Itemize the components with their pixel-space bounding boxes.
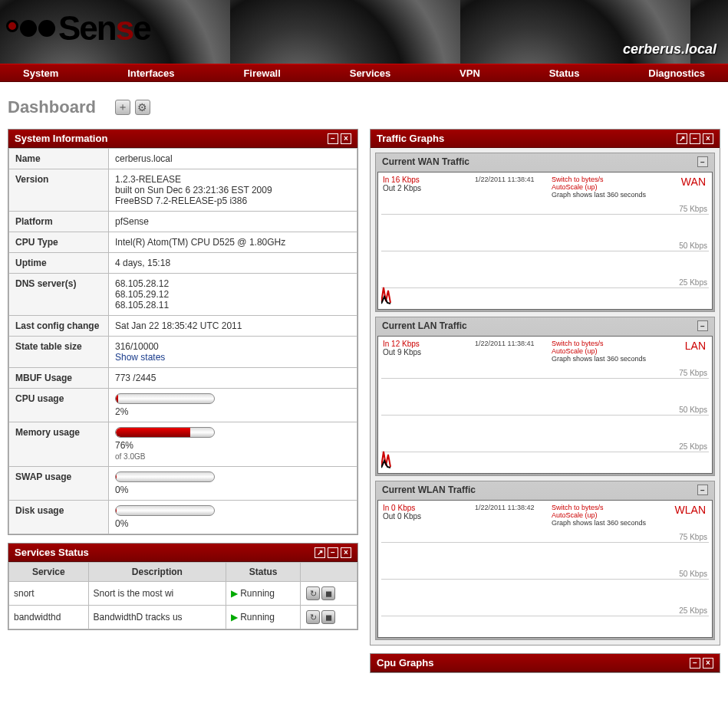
minimize-icon[interactable]: − — [690, 658, 700, 669]
close-icon[interactable]: × — [341, 547, 351, 558]
timestamp: 1/22/2011 11:38:42 — [475, 504, 552, 527]
y-label: 75 Kbps — [679, 369, 707, 377]
traffic-graph-wan: Current WAN Traffic−In 16 KbpsOut 2 Kbps… — [375, 153, 715, 312]
mem-usage-bar — [115, 427, 215, 438]
config-icon[interactable]: ↗ — [677, 133, 687, 144]
switch-units-link[interactable]: Switch to bytes/s — [552, 176, 674, 183]
y-label: 75 Kbps — [679, 533, 707, 541]
label-name: Name — [9, 149, 109, 169]
running-icon: ▶ — [231, 612, 238, 623]
interface-label: WLAN — [675, 504, 706, 516]
right-column: Traffic Graphs ↗ − × Current WAN Traffic… — [370, 129, 720, 681]
restart-icon[interactable]: ↻ — [306, 586, 320, 600]
settings-icon[interactable]: ⚙ — [135, 100, 150, 115]
value-lastcfg: Sat Jan 22 18:35:42 UTC 2011 — [109, 316, 357, 337]
value-swap: 0% — [109, 467, 357, 501]
show-states-link[interactable]: Show states — [115, 352, 165, 363]
label-platform: Platform — [9, 212, 109, 232]
minimize-icon[interactable]: − — [328, 133, 338, 144]
interface-label: LAN — [685, 340, 706, 352]
left-column: System Information − × Namecerberus.loca… — [8, 129, 358, 638]
nav-diagnostics[interactable]: Diagnostics — [633, 67, 720, 79]
logo-text: Sense — [58, 9, 150, 48]
io-readout: In 0 KbpsOut 0 Kbps — [383, 504, 475, 527]
close-icon[interactable]: × — [341, 133, 351, 144]
nav-status[interactable]: Status — [534, 67, 595, 79]
close-icon[interactable]: × — [703, 658, 713, 669]
interface-label: WAN — [681, 176, 706, 188]
collapse-icon[interactable]: − — [697, 156, 708, 167]
collapse-icon[interactable]: − — [697, 485, 708, 495]
value-cpu-usage: 2% — [109, 389, 357, 422]
widget-title: Traffic Graphs — [377, 133, 674, 144]
hostname-label: cerberus.local — [623, 41, 716, 57]
traffic-spike — [381, 445, 404, 468]
logo-icon — [6, 20, 55, 37]
service-row: snort Snort is the most wi ▶Running ↻◼ — [9, 582, 357, 606]
service-name: snort — [9, 582, 89, 606]
nav-services[interactable]: Services — [334, 67, 407, 79]
timestamp: 1/22/2011 11:38:41 — [475, 176, 552, 199]
traffic-graph-lan: Current LAN Traffic−In 12 KbpsOut 9 Kbps… — [375, 317, 715, 476]
traffic-graph-header: Current WAN Traffic− — [376, 153, 714, 170]
stop-icon[interactable]: ◼ — [321, 586, 335, 600]
cpu-usage-bar — [115, 393, 215, 404]
collapse-icon[interactable]: − — [697, 320, 708, 331]
page-title-row: Dashboard ＋ ⚙ — [0, 82, 728, 129]
traffic-spike — [381, 281, 404, 304]
value-dns: 68.105.28.1268.105.29.1268.105.28.11 — [109, 274, 357, 316]
traffic-graph-header: Current WLAN Traffic− — [376, 481, 714, 498]
value-state: 316/10000 Show states — [109, 337, 357, 368]
widget-header: System Information − × — [8, 130, 357, 148]
widget-system-information: System Information − × Namecerberus.loca… — [8, 129, 358, 535]
label-swap: SWAP usage — [9, 467, 109, 501]
value-cpu: Intel(R) Atom(TM) CPU D525 @ 1.80GHz — [109, 232, 357, 253]
sysinfo-table: Namecerberus.local Version 1.2.3-RELEASE… — [8, 148, 357, 534]
widget-title: System Information — [15, 133, 325, 144]
logo[interactable]: Sense — [6, 9, 150, 48]
nav-firewall[interactable]: Firewall — [228, 67, 295, 79]
label-mem-usage: Memory usage — [9, 422, 109, 467]
label-version: Version — [9, 169, 109, 212]
widget-header: Cpu Graphs − × — [371, 654, 720, 672]
nav-interfaces[interactable]: Interfaces — [112, 67, 189, 79]
service-desc: BandwidthD tracks us — [88, 606, 226, 629]
graph-meta: Switch to bytes/sAutoScale (up)Graph sho… — [552, 176, 674, 199]
services-table: Service Description Status snort Snort i… — [8, 562, 357, 629]
autoscale-link[interactable]: AutoScale (up) — [552, 347, 674, 355]
traffic-graph-canvas[interactable]: In 16 KbpsOut 2 Kbps1/22/2011 11:38:41Sw… — [377, 172, 713, 310]
switch-units-link[interactable]: Switch to bytes/s — [552, 340, 674, 347]
autoscale-link[interactable]: AutoScale (up) — [552, 183, 674, 191]
value-version: 1.2.3-RELEASE built on Sun Dec 6 23:21:3… — [109, 169, 357, 212]
restart-icon[interactable]: ↻ — [306, 610, 320, 624]
nav-vpn[interactable]: VPN — [444, 67, 496, 79]
close-icon[interactable]: × — [703, 133, 713, 144]
traffic-graph-title: Current WAN Traffic — [382, 156, 697, 167]
config-icon[interactable]: ↗ — [315, 547, 325, 558]
add-widget-icon[interactable]: ＋ — [115, 100, 130, 115]
graph-note: Graph shows last 360 seconds — [552, 519, 674, 527]
traffic-graph-canvas[interactable]: In 0 KbpsOut 0 Kbps1/22/2011 11:38:42Swi… — [377, 500, 713, 638]
autoscale-link[interactable]: AutoScale (up) — [552, 511, 674, 519]
widget-services-status: Services Status ↗ − × Service Descriptio… — [8, 543, 358, 630]
nav-system[interactable]: System — [8, 67, 74, 79]
graph-meta: Switch to bytes/sAutoScale (up)Graph sho… — [552, 504, 674, 527]
widget-title: Services Status — [15, 547, 312, 558]
traffic-graph-canvas[interactable]: In 12 KbpsOut 9 Kbps1/22/2011 11:38:41Sw… — [377, 336, 713, 474]
minimize-icon[interactable]: − — [328, 547, 338, 558]
label-state: State table size — [9, 337, 109, 368]
minimize-icon[interactable]: − — [690, 133, 700, 144]
service-row: bandwidthd BandwidthD tracks us ▶Running… — [9, 606, 357, 629]
switch-units-link[interactable]: Switch to bytes/s — [552, 504, 674, 511]
header-banner: Sense cerberus.local — [0, 0, 728, 64]
main-nav: System Interfaces Firewall Services VPN … — [0, 64, 728, 82]
graph-meta: Switch to bytes/sAutoScale (up)Graph sho… — [552, 340, 674, 363]
dashboard: System Information − × Namecerberus.loca… — [0, 129, 728, 681]
service-desc: Snort is the most wi — [88, 582, 226, 606]
io-readout: In 16 KbpsOut 2 Kbps — [383, 176, 475, 199]
col-service: Service — [9, 563, 89, 582]
traffic-graph-title: Current LAN Traffic — [382, 320, 697, 331]
label-dns: DNS server(s) — [9, 274, 109, 316]
traffic-graph-header: Current LAN Traffic− — [376, 317, 714, 334]
stop-icon[interactable]: ◼ — [321, 610, 335, 624]
